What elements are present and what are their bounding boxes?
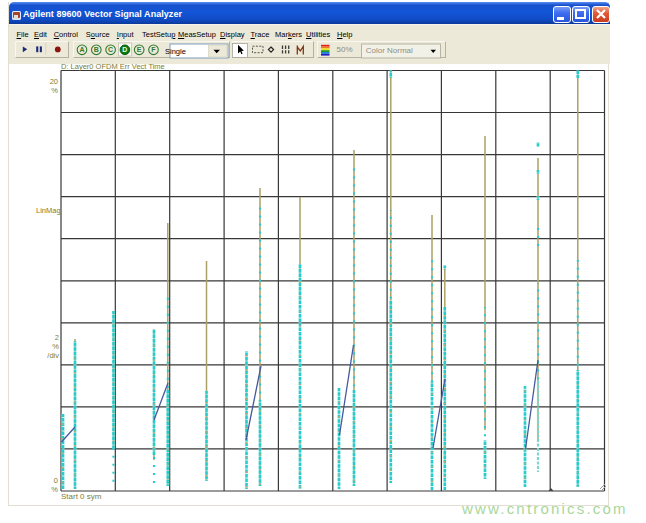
svg-text:0: 0 — [54, 476, 58, 485]
svg-text:LinMag: LinMag — [36, 206, 61, 215]
svg-text:%: % — [52, 342, 59, 351]
svg-text:%: % — [51, 485, 58, 494]
svg-text:20: 20 — [50, 77, 58, 86]
svg-text:2: 2 — [55, 333, 59, 342]
svg-text:D: Layer0 OFDM Err Vect Time: D: Layer0 OFDM Err Vect Time — [61, 62, 165, 71]
svg-text:/div: /div — [47, 351, 59, 360]
svg-text:%: % — [51, 86, 58, 95]
svg-text:Start 0 sym: Start 0 sym — [61, 492, 102, 501]
